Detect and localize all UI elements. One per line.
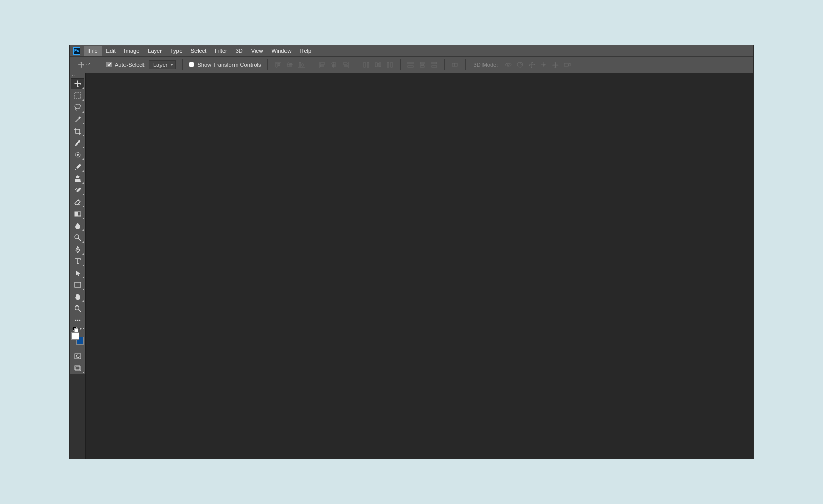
blur-tool[interactable] <box>71 220 84 231</box>
distribute-group <box>363 61 394 68</box>
svg-rect-6 <box>391 62 392 67</box>
svg-rect-21 <box>75 93 81 99</box>
type-tool[interactable] <box>71 256 84 267</box>
distribute-left-icon[interactable] <box>407 61 415 68</box>
svg-rect-20 <box>564 63 568 66</box>
align-right-icon[interactable] <box>342 61 350 68</box>
svg-rect-9 <box>420 62 424 64</box>
align-hcenter-icon[interactable] <box>330 61 338 68</box>
align-left-icon[interactable] <box>318 61 326 68</box>
move-tool[interactable] <box>71 78 84 89</box>
distribute-vcenter-icon[interactable] <box>374 61 382 68</box>
svg-point-29 <box>75 320 77 321</box>
svg-point-23 <box>77 154 79 156</box>
menu-view[interactable]: View <box>247 46 267 56</box>
zoom-tool[interactable] <box>71 303 84 314</box>
align-top-icon[interactable] <box>274 61 282 68</box>
eyedropper-tool[interactable] <box>71 137 84 149</box>
auto-select-checkbox[interactable]: Auto-Select: <box>106 62 146 68</box>
rectangle-tool[interactable] <box>71 279 84 291</box>
svg-rect-7 <box>408 62 413 64</box>
clone-stamp-tool[interactable] <box>71 173 84 184</box>
menu-layer[interactable]: Layer <box>144 46 166 56</box>
svg-rect-12 <box>432 62 437 64</box>
auto-select-dropdown[interactable]: Layer <box>149 60 176 69</box>
move-icon <box>77 61 85 68</box>
menu-select[interactable]: Select <box>187 46 211 56</box>
svg-rect-25 <box>75 212 78 216</box>
svg-rect-4 <box>379 63 381 67</box>
distribute-top-icon[interactable] <box>363 61 370 68</box>
app-logo: Ps <box>73 47 80 55</box>
3d-slide-icon[interactable] <box>540 61 547 68</box>
svg-point-28 <box>75 306 79 310</box>
color-swatches[interactable] <box>71 332 84 345</box>
hand-tool[interactable] <box>71 291 84 302</box>
distribute-h-group <box>407 61 438 68</box>
align-horizontal-group <box>318 61 350 68</box>
svg-rect-14 <box>452 63 455 66</box>
svg-rect-1 <box>367 62 369 67</box>
svg-rect-11 <box>420 66 424 67</box>
spot-healing-tool[interactable] <box>71 149 84 160</box>
menu-window[interactable]: Window <box>267 46 295 56</box>
quick-mask-tool[interactable] <box>71 351 84 362</box>
svg-rect-8 <box>408 66 413 67</box>
3d-scale-icon[interactable] <box>551 61 559 68</box>
align-vcenter-icon[interactable] <box>286 61 294 68</box>
menu-file[interactable]: File <box>84 46 102 56</box>
svg-point-33 <box>76 355 79 358</box>
eraser-tool[interactable] <box>71 196 84 208</box>
app-window: Ps FileEditImageLayerTypeSelectFilter3DV… <box>70 45 753 459</box>
menu-filter[interactable]: Filter <box>210 46 231 56</box>
distribute-bottom-icon[interactable] <box>386 61 394 68</box>
swap-colors-icon[interactable] <box>80 327 84 331</box>
distribute-hcenter-icon[interactable] <box>419 61 426 68</box>
gradient-tool[interactable] <box>71 208 84 220</box>
menu-type[interactable]: Type <box>166 46 187 56</box>
brush-tool[interactable] <box>71 161 84 172</box>
svg-point-26 <box>75 235 79 239</box>
svg-point-17 <box>507 64 509 66</box>
screen-mode-tool[interactable] <box>71 363 84 374</box>
menu-help[interactable]: Help <box>296 46 316 56</box>
menu-edit[interactable]: Edit <box>102 46 120 56</box>
3d-orbit-icon[interactable] <box>504 61 512 68</box>
app-body: ›› <box>70 73 753 459</box>
svg-rect-0 <box>364 62 365 67</box>
svg-rect-3 <box>378 63 379 66</box>
magic-wand-tool[interactable] <box>71 114 84 125</box>
3d-camera-icon[interactable] <box>563 61 571 68</box>
show-transform-checkbox[interactable]: Show Transform Controls <box>189 62 261 68</box>
default-colors-icon[interactable] <box>73 327 77 331</box>
3d-roll-icon[interactable] <box>516 61 524 68</box>
svg-rect-13 <box>432 66 437 67</box>
3d-pan-icon[interactable] <box>528 61 535 68</box>
svg-rect-15 <box>455 63 457 66</box>
marquee-tool[interactable] <box>71 90 84 101</box>
crop-tool[interactable] <box>71 125 84 137</box>
align-bottom-icon[interactable] <box>298 61 306 68</box>
distribute-right-icon[interactable] <box>431 61 438 68</box>
auto-align-icon[interactable] <box>451 61 459 68</box>
edit-toolbar[interactable] <box>71 315 84 326</box>
svg-rect-10 <box>421 64 424 65</box>
align-vertical-group <box>274 61 306 68</box>
menubar: Ps FileEditImageLayerTypeSelectFilter3DV… <box>70 45 753 56</box>
lasso-tool[interactable] <box>71 102 84 113</box>
svg-point-30 <box>77 320 79 321</box>
path-selection-tool[interactable] <box>71 267 84 279</box>
menu-3d[interactable]: 3D <box>231 46 247 56</box>
history-brush-tool[interactable] <box>71 185 84 196</box>
canvas-area[interactable] <box>85 73 753 459</box>
toolbar-expand-handle[interactable]: ›› <box>70 73 85 77</box>
menu-image[interactable]: Image <box>120 46 144 56</box>
dodge-tool[interactable] <box>71 232 84 243</box>
3d-mode-label: 3D Mode: <box>474 62 498 68</box>
foreground-color[interactable] <box>71 332 79 340</box>
svg-rect-2 <box>375 63 377 67</box>
pen-tool[interactable] <box>71 244 84 255</box>
current-tool-indicator[interactable] <box>77 61 90 68</box>
svg-rect-5 <box>387 62 389 67</box>
tools-panel <box>70 77 85 374</box>
